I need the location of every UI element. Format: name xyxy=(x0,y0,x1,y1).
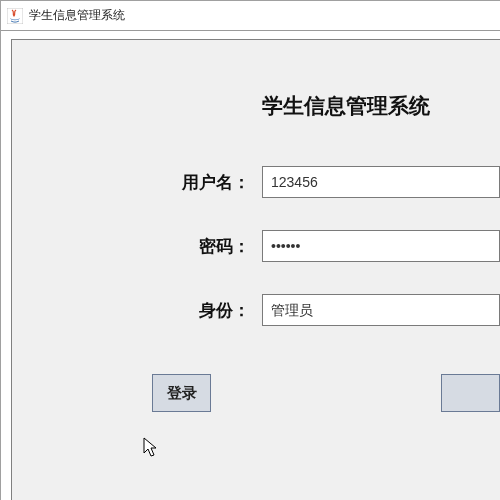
password-input[interactable] xyxy=(262,230,500,262)
page-title: 学生信息管理系统 xyxy=(12,40,500,120)
username-row: 用户名： xyxy=(12,166,500,198)
username-label: 用户名： xyxy=(12,171,262,194)
login-form: 用户名： 密码： 身份： 管理员 登录 xyxy=(12,166,500,412)
client-area: 学生信息管理系统 用户名： 密码： 身份： 管理员 登录 xyxy=(1,31,500,500)
button-row: 登录 xyxy=(12,374,500,412)
role-label: 身份： xyxy=(12,299,262,322)
role-select[interactable]: 管理员 xyxy=(262,294,500,326)
password-label: 密码： xyxy=(12,235,262,258)
form-canvas: 学生信息管理系统 用户名： 密码： 身份： 管理员 登录 xyxy=(11,39,500,500)
java-app-icon xyxy=(7,8,23,24)
username-input[interactable] xyxy=(262,166,500,198)
login-button[interactable]: 登录 xyxy=(152,374,211,412)
window-title: 学生信息管理系统 xyxy=(29,7,125,24)
titlebar[interactable]: 学生信息管理系统 xyxy=(1,1,500,31)
password-row: 密码： xyxy=(12,230,500,262)
role-row: 身份： 管理员 xyxy=(12,294,500,326)
login-window: 学生信息管理系统 学生信息管理系统 用户名： 密码： 身份： 管理员 xyxy=(0,0,500,500)
secondary-button[interactable] xyxy=(441,374,500,412)
